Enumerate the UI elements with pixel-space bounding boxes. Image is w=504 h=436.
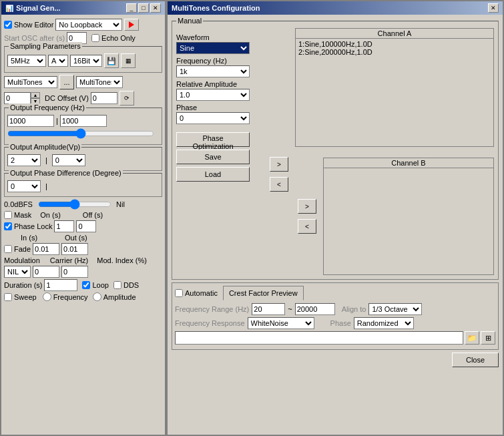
save-btn[interactable]: Save <box>176 150 250 164</box>
phase-select2[interactable]: Randomized <box>354 317 414 329</box>
sweep-label[interactable]: Sweep <box>4 293 37 301</box>
dc-offset-value[interactable] <box>91 92 117 104</box>
dc-up-btn[interactable]: ▲ <box>31 92 40 98</box>
multitones-titlebar: MultiTones Configuration ✕ <box>168 1 503 15</box>
dc-offset-label: DC Offset (V) <box>45 94 89 102</box>
freq-min-input[interactable] <box>7 115 54 127</box>
config-icon-btn[interactable]: ▦ <box>121 53 136 68</box>
multitones-close-x[interactable]: ✕ <box>488 3 499 13</box>
grid-icon-btn[interactable]: ⊞ <box>481 331 495 345</box>
bottom-section: Automatic Crest Factor Preview Frequency… <box>172 282 499 350</box>
phase-lock-on[interactable] <box>54 220 74 232</box>
off-s-label: Off (s) <box>83 211 103 219</box>
siggen-close[interactable]: ✕ <box>150 3 161 13</box>
remove-from-b-btn[interactable]: < <box>298 219 316 234</box>
folder-icon-btn[interactable]: 📁 <box>465 331 479 345</box>
level-slider[interactable] <box>38 199 111 210</box>
loop-label[interactable]: Loop <box>82 281 108 289</box>
waveform-field: Waveform Sine <box>176 33 263 54</box>
crest-factor-tab[interactable]: Crest Factor Preview <box>223 286 304 300</box>
phase-combo[interactable]: 0 <box>176 112 250 124</box>
phase-diff-group: Output Phase Difference (Degree) 0 | <box>4 173 162 197</box>
echo-only-label[interactable]: Echo Only <box>91 34 136 42</box>
mod-index-label: Mod. Index (%) <box>97 256 147 264</box>
add-to-b-btn[interactable]: > <box>298 199 316 214</box>
channel-a-title: Channel A <box>296 29 493 39</box>
loopback-select[interactable]: No Loopback <box>55 19 122 31</box>
dds-checkbox[interactable] <box>113 281 121 289</box>
sampling-params-label: Sampling Parameters <box>9 42 82 50</box>
load-btn[interactable]: Load <box>176 167 250 182</box>
show-editor-checkbox-label[interactable]: Show Editor <box>4 21 53 29</box>
frequency-radio[interactable] <box>43 292 51 301</box>
sweep-checkbox[interactable] <box>4 293 12 301</box>
channel-a-line1: 1:Sine,100000Hz,1.0D <box>298 40 491 48</box>
echo-only-checkbox[interactable] <box>91 34 99 42</box>
relative-amp-field: Relative Amplitude 1.0 <box>176 80 263 101</box>
siggen-maximize[interactable]: □ <box>138 3 149 13</box>
manual-label: Manual <box>176 17 203 25</box>
frequency-field: Frequency (Hz) 1k <box>176 57 263 77</box>
dc-icon-btn[interactable]: ⟳ <box>119 91 134 105</box>
close-button[interactable]: Close <box>452 353 499 367</box>
duration-input[interactable] <box>44 279 77 291</box>
channel-b-arrows: > < <box>295 158 319 275</box>
fade-out-input[interactable] <box>61 243 88 255</box>
waveform-type-select[interactable]: MultiTones <box>76 76 123 88</box>
fade-checkbox[interactable] <box>4 245 12 253</box>
siggen-titlebar: 📊 Signal Gen... _ □ ✕ <box>1 1 165 15</box>
relative-amp-combo[interactable]: 1.0 <box>176 89 250 101</box>
frequency-radio-label[interactable]: Frequency <box>43 292 88 301</box>
channel-a-box: Channel A 1:Sine,100000Hz,1.0D 2:Sine,20… <box>295 28 494 147</box>
show-editor-checkbox[interactable] <box>4 21 12 29</box>
carrier-input[interactable] <box>33 266 59 278</box>
sample-rate-select[interactable]: 5MHz <box>7 55 46 67</box>
remove-from-a-btn[interactable]: < <box>270 177 288 192</box>
add-to-a-btn[interactable]: > <box>270 157 288 172</box>
play-button[interactable] <box>124 19 139 31</box>
frequency-combo[interactable]: 1k <box>176 65 250 77</box>
freq-min-field[interactable] <box>252 303 285 315</box>
phase-lock-label[interactable]: Phase Lock <box>4 222 52 230</box>
mask-checkbox[interactable] <box>4 211 12 219</box>
align-to-select[interactable]: 1/3 Octave <box>368 303 422 315</box>
siggen-minimize[interactable]: _ <box>126 3 137 13</box>
waveform-extra-btn[interactable]: ... <box>59 75 74 89</box>
freq-range-label: Frequency Range (Hz) <box>175 305 249 313</box>
signal-generator-window: 📊 Signal Gen... _ □ ✕ Show Editor No Loo… <box>0 0 166 436</box>
phase-diff-label: Output Phase Difference (Degree) <box>9 169 123 177</box>
freq-max-input[interactable] <box>60 115 107 127</box>
amp-select[interactable]: 2 <box>7 154 41 166</box>
amplitude-radio-label[interactable]: Amplitude <box>93 292 136 301</box>
automatic-checkbox[interactable] <box>175 289 183 297</box>
output-amp-group: Output Amplitude(Vp) 2 | 0 <box>4 147 162 171</box>
automatic-checkbox-label[interactable]: Automatic <box>175 289 218 297</box>
mod-type-select[interactable]: NIL <box>4 266 31 278</box>
phase-diff-select[interactable]: 0 <box>7 180 41 192</box>
mask-label[interactable]: Mask <box>4 211 31 219</box>
phase-lock-off[interactable] <box>76 220 96 232</box>
dds-label[interactable]: DDS <box>113 281 139 289</box>
waveform-select[interactable]: MultiTones <box>4 76 57 88</box>
mod-index-input[interactable] <box>61 266 88 278</box>
channel-b-box: Channel B <box>323 158 494 275</box>
bit-depth-select[interactable]: 16Bit <box>70 55 102 67</box>
phase-lock-checkbox[interactable] <box>4 222 12 230</box>
freq-response-select[interactable]: WhiteNoise <box>248 317 314 329</box>
siggen-controls: _ □ ✕ <box>126 3 161 13</box>
freq-max-field[interactable] <box>295 303 335 315</box>
output-freq-label: Output Frequency (Hz) <box>9 103 86 112</box>
save-icon-btn[interactable]: 💾 <box>104 53 119 68</box>
phase-optimization-btn[interactable]: Phase Optimization <box>176 132 250 147</box>
fade-label[interactable]: Fade <box>4 245 31 253</box>
freq-slider[interactable] <box>7 128 154 139</box>
fade-in-input[interactable] <box>33 243 59 255</box>
dc-offset-spinner[interactable] <box>4 92 31 104</box>
channel-b-title: Channel B <box>324 158 493 168</box>
amplitude-radio[interactable] <box>93 292 101 301</box>
waveform-combo[interactable]: Sine <box>176 42 250 54</box>
path-input[interactable] <box>175 331 463 345</box>
channel-select[interactable]: A <box>48 55 68 67</box>
loop-checkbox[interactable] <box>82 281 90 289</box>
amp-select2[interactable]: 0 <box>52 154 85 166</box>
